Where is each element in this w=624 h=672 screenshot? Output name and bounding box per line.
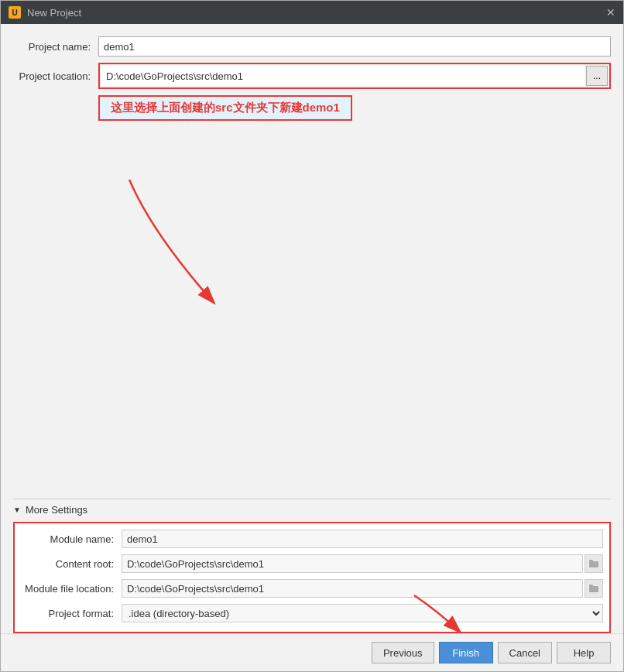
dialog-footer: Previous Finish Cancel Help [1, 633, 623, 671]
annotation-area: 这里选择上面创建的src文件夹下新建demo1 [98, 95, 611, 121]
more-settings-label: More Settings [26, 504, 87, 516]
module-name-input[interactable] [122, 530, 603, 548]
project-location-label: Project location: [13, 70, 98, 82]
title-bar-left: U New Project [9, 6, 81, 19]
project-format-select-wrap: .idea (directory-based) [122, 604, 603, 622]
module-name-label: Module name: [21, 533, 122, 545]
svg-rect-1 [589, 561, 598, 567]
module-name-input-wrap [122, 530, 603, 548]
project-name-input-wrap [98, 36, 611, 57]
content-root-row: Content root: [21, 553, 603, 574]
project-format-select[interactable]: .idea (directory-based) [122, 604, 603, 622]
close-button[interactable]: ✕ [606, 6, 615, 19]
project-location-input[interactable] [101, 66, 585, 86]
window-title: New Project [27, 7, 81, 19]
finish-button[interactable]: Finish [439, 642, 493, 663]
footer-arrow [391, 588, 484, 642]
folder-icon-2 [588, 583, 599, 594]
module-name-row: Module name: [21, 528, 603, 550]
svg-rect-3 [589, 586, 598, 592]
module-file-location-row: Module file location: [21, 578, 603, 599]
project-name-input[interactable] [98, 36, 611, 57]
project-location-browse-button[interactable]: ... [586, 66, 608, 86]
more-settings-header[interactable]: ▼ More Settings [13, 504, 611, 516]
previous-button[interactable]: Previous [372, 642, 434, 663]
content-root-input[interactable] [122, 554, 583, 573]
content-root-input-wrap [122, 554, 603, 573]
annotation-text: 这里选择上面创建的src文件夹下新建demo1 [111, 101, 340, 114]
cancel-button[interactable]: Cancel [498, 642, 552, 663]
dialog-content: Project name: Project location: ... 这里选择… [1, 24, 623, 633]
arrow-annotation [91, 172, 284, 327]
project-name-row: Project name: [13, 36, 611, 57]
spacer-area [13, 133, 611, 499]
project-format-row: Project format: .idea (directory-based) [21, 602, 603, 624]
help-button[interactable]: Help [557, 642, 611, 663]
new-project-dialog: U New Project ✕ Project name: Project lo… [0, 0, 624, 672]
more-settings-section: ▼ More Settings Module name: Content roo… [13, 499, 611, 633]
content-root-label: Content root: [21, 558, 122, 570]
svg-rect-2 [589, 560, 593, 562]
module-file-location-input[interactable] [122, 579, 583, 598]
title-bar: U New Project ✕ [1, 1, 623, 24]
module-file-location-input-wrap [122, 579, 603, 598]
project-location-row: Project location: ... [13, 63, 611, 89]
project-format-label: Project format: [21, 608, 122, 619]
content-root-browse-button[interactable] [585, 554, 603, 573]
collapse-icon: ▼ [13, 506, 21, 514]
annotation-box: 这里选择上面创建的src文件夹下新建demo1 [98, 95, 352, 121]
app-icon: U [9, 6, 21, 19]
more-settings-content: Module name: Content root: [13, 522, 611, 633]
svg-rect-4 [589, 585, 593, 587]
project-location-highlight: ... [98, 63, 611, 89]
module-file-location-label: Module file location: [21, 583, 122, 595]
folder-icon [588, 558, 599, 569]
module-file-browse-button[interactable] [585, 579, 603, 598]
project-name-label: Project name: [13, 41, 98, 53]
